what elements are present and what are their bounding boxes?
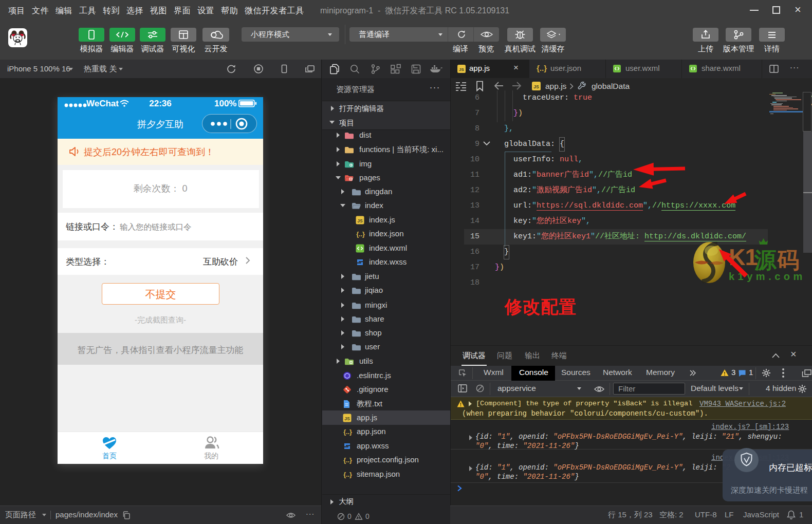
svg-text:JS: JS <box>459 67 464 72</box>
svg-text:{..}: {..} <box>343 457 352 464</box>
svg-text:JS: JS <box>357 218 363 223</box>
svg-text:{..}: {..} <box>343 428 352 436</box>
svg-text:JS: JS <box>533 84 539 89</box>
svg-text:JS: JS <box>344 416 350 421</box>
svg-text:{..}: {..} <box>343 471 352 478</box>
svg-text:{..}: {..} <box>356 231 365 238</box>
